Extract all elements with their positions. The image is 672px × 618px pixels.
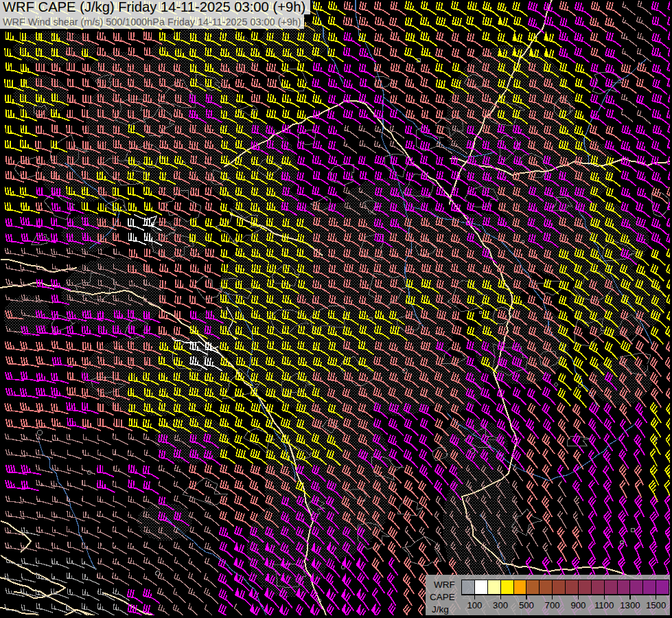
svg-text:300: 300 bbox=[493, 600, 508, 610]
svg-text:J/kg: J/kg bbox=[432, 604, 449, 615]
svg-text:WRF Wind shear (m/s) 500/1000h: WRF Wind shear (m/s) 500/1000hPa Friday … bbox=[3, 16, 301, 27]
svg-text:WRF CAPE (J/kg) Friday 14-11-2: WRF CAPE (J/kg) Friday 14-11-2025 03:00 … bbox=[3, 0, 305, 14]
svg-text:100: 100 bbox=[467, 600, 482, 610]
svg-text:500: 500 bbox=[519, 600, 534, 610]
svg-text:900: 900 bbox=[570, 600, 586, 610]
svg-text:700: 700 bbox=[545, 600, 560, 610]
svg-text:WRF: WRF bbox=[434, 580, 455, 590]
svg-text:CAPE: CAPE bbox=[430, 592, 455, 602]
svg-text:1500: 1500 bbox=[646, 600, 666, 610]
svg-text:1300: 1300 bbox=[620, 600, 640, 610]
svg-text:1100: 1100 bbox=[594, 600, 614, 610]
